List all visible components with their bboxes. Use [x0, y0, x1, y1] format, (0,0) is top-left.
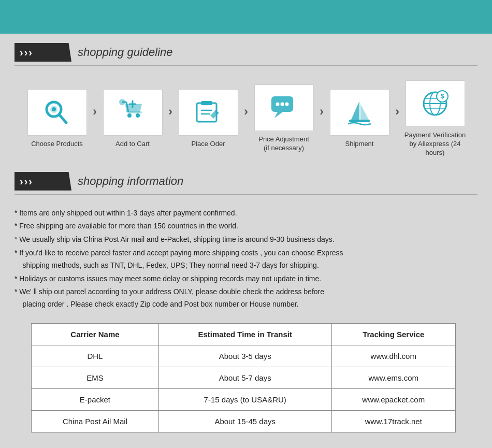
table-header-row: Carrier Name Estimated Time in Transit T…	[32, 324, 456, 345]
header-slash-block: › › ›	[15, 43, 71, 62]
info-chevron-1: ›	[20, 176, 23, 186]
top-banner	[0, 0, 492, 34]
payment-icon: $	[419, 88, 451, 119]
steps-container: Choose Products › Add to Cart ›	[0, 71, 492, 163]
col-header-carrier: Carrier Name	[32, 324, 159, 345]
svg-point-3	[52, 107, 56, 111]
step-choose-products: Choose Products	[23, 89, 91, 149]
information-divider	[15, 194, 477, 195]
search-icon	[41, 97, 73, 128]
step-price-adjustment: Price Adjustment(if necessary)	[250, 84, 317, 153]
info-line-1: * Items are only shipped out within 1-3 …	[15, 207, 477, 220]
ship-icon	[344, 97, 375, 128]
guideline-header-row: › › › shopping guideline	[15, 43, 477, 62]
svg-text:$: $	[440, 92, 444, 100]
step-add-to-cart: Add to Cart	[99, 89, 166, 149]
svg-marker-18	[274, 112, 283, 118]
shipping-table: Carrier Name Estimated Time in Transit T…	[31, 323, 456, 432]
chevron-icon-2: ›	[24, 47, 28, 57]
tracking-dhl: www.dhl.com	[331, 345, 455, 367]
step-label-ship: Shipment	[345, 140, 374, 149]
svg-line-2	[59, 114, 66, 123]
tracking-epacket: www.epacket.com	[331, 389, 455, 411]
info-chevron-2: ›	[24, 176, 28, 186]
step-icon-box-order	[179, 89, 238, 136]
information-title: shopping information	[78, 175, 477, 188]
carrier-dhl: DHL	[32, 345, 159, 367]
arrow-3: ›	[242, 104, 250, 133]
transit-dhl: About 3-5 days	[158, 345, 331, 367]
cart-icon	[117, 97, 148, 128]
info-line-3: * We usually ship via China Post Air mai…	[15, 234, 477, 246]
step-icon-box-price	[254, 84, 314, 131]
tracking-ems: www.ems.com	[331, 367, 455, 389]
chevron-icon-3: ›	[28, 47, 32, 57]
step-icon-box-ship	[330, 89, 389, 136]
transit-epacket: 7-15 days (to USA&RU)	[158, 389, 331, 411]
step-payment-verification: $ Payment Verificationby Aliexpress (24 …	[401, 80, 469, 157]
info-slash-block: › › ›	[15, 172, 71, 191]
svg-marker-23	[360, 104, 369, 120]
transit-ems: About 5-7 days	[158, 367, 331, 389]
guideline-divider	[15, 65, 477, 66]
carrier-ems: EMS	[32, 367, 159, 389]
information-header-row: › › › shopping information	[15, 172, 477, 191]
tracking-chinapost: www.17track.net	[331, 411, 455, 432]
svg-point-9	[136, 113, 140, 118]
info-line-6: * We' ll ship out parcel according to yo…	[15, 286, 477, 311]
table-row: EMS About 5-7 days www.ems.com	[32, 367, 456, 389]
carrier-epacket: E-packet	[32, 389, 159, 411]
chevron-icon-1: ›	[20, 47, 23, 57]
transit-chinapost: About 15-45 days	[158, 411, 331, 432]
svg-rect-24	[349, 120, 370, 122]
step-label-cart: Add to Cart	[115, 140, 150, 149]
svg-rect-13	[201, 101, 212, 105]
col-header-transit: Estimated Time in Transit	[158, 324, 331, 345]
col-header-tracking: Tracking Service	[331, 324, 455, 345]
step-icon-box-payment: $	[406, 80, 465, 127]
step-icon-box-choose	[27, 89, 87, 136]
step-label-payment: Payment Verificationby Aliexpress (24 ho…	[404, 131, 466, 157]
table-row: China Post Ail Mail About 15-45 days www…	[32, 411, 456, 432]
svg-point-8	[127, 113, 132, 118]
guideline-title: shopping guideline	[78, 46, 477, 59]
svg-point-19	[276, 103, 280, 106]
table-row: DHL About 3-5 days www.dhl.com	[32, 345, 456, 367]
arrow-4: ›	[317, 104, 326, 133]
step-icon-box-cart	[103, 89, 163, 136]
arrow-1: ›	[91, 104, 99, 133]
arrow-5: ›	[393, 104, 401, 133]
info-container: * Items are only shipped out within 1-3 …	[0, 200, 492, 317]
svg-point-20	[281, 103, 284, 106]
shipping-table-container: Carrier Name Estimated Time in Transit T…	[31, 323, 477, 432]
carrier-chinapost: China Post Ail Mail	[32, 411, 159, 432]
arrow-2: ›	[166, 104, 175, 133]
step-label-price: Price Adjustment(if necessary)	[258, 135, 309, 153]
info-line-2: * Free shipping are available for more t…	[15, 220, 477, 233]
step-shipment: Shipment	[326, 89, 393, 149]
info-line-4: * If you'd like to receive parcel faster…	[15, 247, 477, 272]
info-line-5: * Holidays or customs issues may meet so…	[15, 273, 477, 285]
chat-icon	[268, 92, 299, 123]
order-icon	[193, 97, 224, 128]
step-label-order: Place Oder	[191, 140, 225, 149]
table-row: E-packet 7-15 days (to USA&RU) www.epack…	[32, 389, 456, 411]
step-label-choose: Choose Products	[31, 140, 83, 149]
info-chevron-3: ›	[28, 176, 32, 186]
step-place-order: Place Oder	[175, 89, 242, 149]
svg-point-21	[285, 103, 289, 106]
svg-marker-22	[351, 101, 359, 120]
